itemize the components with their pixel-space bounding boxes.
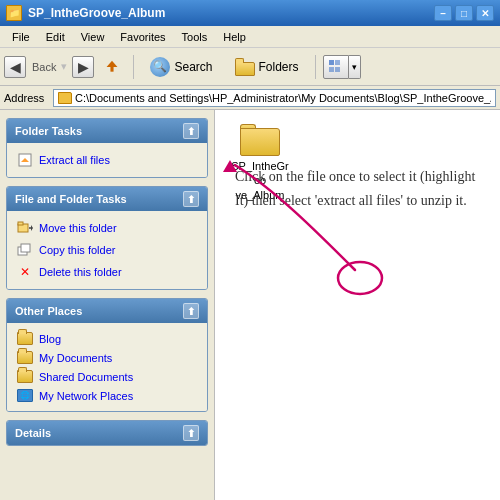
menu-help[interactable]: Help — [215, 26, 254, 47]
shared-documents-item[interactable]: Shared Documents — [11, 367, 203, 386]
details-collapse[interactable]: ⬆ — [183, 425, 199, 441]
view-icon — [328, 59, 344, 75]
address-folder-icon — [58, 92, 72, 104]
other-places-header[interactable]: Other Places ⬆ — [7, 299, 207, 323]
details-title: Details — [15, 427, 51, 439]
svg-rect-4 — [329, 67, 334, 72]
search-button[interactable]: 🔍 Search — [141, 52, 221, 82]
svg-point-14 — [338, 262, 382, 294]
extract-icon — [17, 152, 33, 168]
main-content: Folder Tasks ⬆ Extract all files F — [0, 110, 500, 500]
back-arrow-icon: ◀ — [10, 59, 21, 75]
menu-tools[interactable]: Tools — [174, 26, 216, 47]
maximize-button[interactable]: □ — [455, 5, 473, 21]
address-input[interactable]: C:\Documents and Settings\HP_Administrat… — [53, 89, 496, 107]
file-folder-tasks-body: Move this folder Copy this folder ✕ — [7, 211, 207, 289]
toolbar-separator-1 — [133, 55, 134, 79]
title-bar: 📁 SP_IntheGroove_Album – □ ✕ — [0, 0, 500, 26]
details-section: Details ⬆ — [6, 420, 208, 446]
svg-rect-13 — [21, 244, 30, 252]
move-icon — [17, 220, 33, 236]
file-folder-tasks-header[interactable]: File and Folder Tasks ⬆ — [7, 187, 207, 211]
delete-folder-label: Delete this folder — [39, 266, 122, 278]
toolbar-separator-2 — [315, 55, 316, 79]
menu-bar: File Edit View Favorites Tools Help — [0, 26, 500, 48]
my-network-places-label: My Network Places — [39, 390, 133, 402]
folder-body — [240, 128, 280, 156]
folder-tasks-section: Folder Tasks ⬆ Extract all files — [6, 118, 208, 178]
up-button[interactable] — [98, 52, 126, 82]
move-folder-item[interactable]: Move this folder — [11, 217, 203, 239]
window-controls: – □ ✕ — [434, 5, 494, 21]
copy-icon — [17, 242, 33, 258]
file-folder-tasks-title: File and Folder Tasks — [15, 193, 127, 205]
minimize-button[interactable]: – — [434, 5, 452, 21]
extract-all-files-label: Extract all files — [39, 154, 110, 166]
address-path: C:\Documents and Settings\HP_Administrat… — [75, 92, 491, 104]
folder-tasks-header[interactable]: Folder Tasks ⬆ — [7, 119, 207, 143]
delete-icon: ✕ — [17, 264, 33, 280]
delete-folder-item[interactable]: ✕ Delete this folder — [11, 261, 203, 283]
right-panel: SP_IntheGroo ve_Album Click on the file … — [215, 110, 500, 500]
back-label: Back — [32, 61, 56, 73]
svg-marker-11 — [31, 225, 33, 231]
my-documents-label: My Documents — [39, 352, 112, 364]
left-panel: Folder Tasks ⬆ Extract all files F — [0, 110, 215, 500]
file-folder-tasks-collapse[interactable]: ⬆ — [183, 191, 199, 207]
svg-marker-1 — [107, 60, 118, 66]
search-icon: 🔍 — [150, 57, 170, 77]
svg-rect-5 — [335, 67, 340, 72]
sp-folder-icon — [240, 124, 280, 156]
blog-item[interactable]: Blog — [11, 329, 203, 348]
folders-label: Folders — [259, 60, 299, 74]
view-button[interactable] — [323, 55, 349, 79]
other-places-body: Blog My Documents Shared Documents 🌐 My … — [7, 323, 207, 411]
folders-button[interactable]: Folders — [226, 52, 308, 82]
copy-folder-label: Copy this folder — [39, 244, 115, 256]
folders-icon — [235, 58, 255, 76]
view-dropdown-icon: ▾ — [352, 62, 357, 72]
svg-rect-0 — [111, 66, 114, 71]
svg-rect-3 — [335, 60, 340, 65]
blog-label: Blog — [39, 333, 61, 345]
folder-tasks-collapse[interactable]: ⬆ — [183, 123, 199, 139]
shared-documents-folder-icon — [17, 370, 33, 383]
svg-rect-9 — [18, 222, 23, 225]
menu-edit[interactable]: Edit — [38, 26, 73, 47]
copy-folder-item[interactable]: Copy this folder — [11, 239, 203, 261]
menu-view[interactable]: View — [73, 26, 113, 47]
network-icon: 🌐 — [17, 389, 33, 402]
menu-favorites[interactable]: Favorites — [112, 26, 173, 47]
up-arrow-icon — [105, 58, 119, 76]
instruction-text: Click on the file once to select it (hig… — [235, 165, 490, 213]
address-label: Address — [4, 92, 49, 104]
search-label: Search — [174, 60, 212, 74]
folder-tasks-title: Folder Tasks — [15, 125, 82, 137]
address-bar: Address C:\Documents and Settings\HP_Adm… — [0, 86, 500, 110]
file-folder-tasks-section: File and Folder Tasks ⬆ Move this folder — [6, 186, 208, 290]
other-places-title: Other Places — [15, 305, 82, 317]
blog-folder-icon — [17, 332, 33, 345]
back-dropdown[interactable]: ▾ — [61, 60, 67, 73]
svg-rect-2 — [329, 60, 334, 65]
view-dropdown-button[interactable]: ▾ — [349, 55, 361, 79]
other-places-section: Other Places ⬆ Blog My Documents Shared … — [6, 298, 208, 412]
other-places-collapse[interactable]: ⬆ — [183, 303, 199, 319]
extract-all-files-item[interactable]: Extract all files — [11, 149, 203, 171]
toolbar: ◀ Back ▾ ▶ 🔍 Search Folders — [0, 48, 500, 86]
back-button[interactable]: ◀ — [4, 56, 26, 78]
forward-button[interactable]: ▶ — [72, 56, 94, 78]
menu-file[interactable]: File — [4, 26, 38, 47]
close-button[interactable]: ✕ — [476, 5, 494, 21]
view-buttons: ▾ — [323, 55, 361, 79]
details-header[interactable]: Details ⬆ — [7, 421, 207, 445]
folder-tasks-body: Extract all files — [7, 143, 207, 177]
my-network-places-item[interactable]: 🌐 My Network Places — [11, 386, 203, 405]
window-title: SP_IntheGroove_Album — [28, 6, 434, 20]
forward-arrow-icon: ▶ — [78, 59, 89, 75]
my-documents-folder-icon — [17, 351, 33, 364]
shared-documents-label: Shared Documents — [39, 371, 133, 383]
window-icon: 📁 — [6, 5, 22, 21]
move-folder-label: Move this folder — [39, 222, 117, 234]
my-documents-item[interactable]: My Documents — [11, 348, 203, 367]
